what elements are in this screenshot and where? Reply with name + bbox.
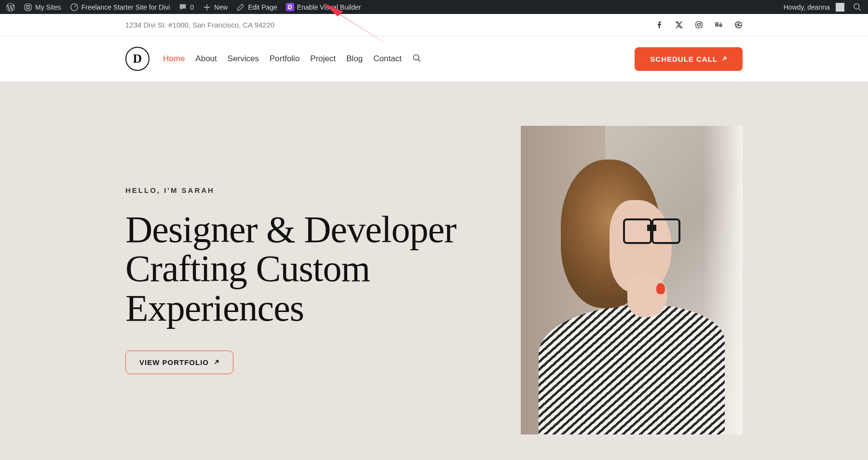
wp-admin-bar: My Sites Freelance Starter Site for Divi…	[0, 0, 868, 14]
hero-section: HELLO, I'M SARAH Designer & Developer Cr…	[0, 81, 868, 460]
main-header: D Home About Services Portfolio Project …	[0, 36, 868, 81]
site-logo[interactable]: D	[125, 47, 149, 71]
hero-heading: Designer & Developer Crafting Custom Exp…	[125, 210, 492, 327]
x-twitter-icon[interactable]	[675, 21, 683, 29]
schedule-call-button[interactable]: SCHEDULE CALL	[635, 47, 743, 71]
comments-link[interactable]: 0	[174, 0, 198, 14]
my-sites-label: My Sites	[35, 3, 61, 11]
enable-visual-builder-link[interactable]: D Enable Visual Builder	[282, 0, 366, 14]
user-greeting[interactable]: Howdy, deanna	[779, 0, 849, 14]
nav-blog[interactable]: Blog	[346, 54, 363, 64]
hero-text: HELLO, I'M SARAH Designer & Developer Cr…	[125, 186, 492, 374]
dribbble-icon[interactable]	[734, 21, 743, 29]
nav-contact[interactable]: Contact	[373, 54, 402, 64]
view-portfolio-label: VIEW PORTFOLIO	[139, 358, 209, 366]
new-content-link[interactable]: New	[198, 0, 232, 14]
arrow-up-right-icon	[214, 359, 219, 365]
divi-icon: D	[286, 3, 294, 11]
view-portfolio-button[interactable]: VIEW PORTFOLIO	[125, 351, 233, 374]
hero-eyebrow: HELLO, I'M SARAH	[125, 186, 492, 194]
social-icons	[655, 21, 743, 29]
arrow-up-right-icon	[721, 56, 727, 62]
new-label: New	[214, 3, 228, 11]
facebook-icon[interactable]	[655, 21, 664, 29]
top-info-bar: 1234 Divi St. #1000, San Francisco, CA 9…	[0, 14, 868, 36]
enable-visual-builder-label: Enable Visual Builder	[297, 3, 361, 11]
nav-search[interactable]	[412, 54, 421, 65]
nav-about[interactable]: About	[195, 54, 217, 64]
nav-project[interactable]: Project	[310, 54, 336, 64]
hero-image	[521, 126, 743, 434]
admin-search[interactable]	[849, 0, 866, 14]
svg-point-8	[413, 54, 419, 60]
comment-count: 0	[190, 3, 194, 11]
address-text: 1234 Divi St. #1000, San Francisco, CA 9…	[125, 21, 274, 29]
comment-icon	[178, 3, 187, 12]
schedule-call-label: SCHEDULE CALL	[650, 55, 718, 63]
plus-icon	[203, 3, 211, 12]
search-icon	[853, 3, 862, 12]
nav-portfolio[interactable]: Portfolio	[270, 54, 299, 64]
wordpress-icon	[6, 3, 15, 12]
dashboard-icon	[70, 3, 79, 12]
nav-home[interactable]: Home	[163, 54, 185, 64]
network-icon	[24, 3, 32, 12]
edit-page-link[interactable]: Edit Page	[232, 0, 282, 14]
edit-page-label: Edit Page	[248, 3, 277, 11]
my-sites-link[interactable]: My Sites	[19, 0, 66, 14]
instagram-icon[interactable]	[695, 21, 703, 29]
svg-point-5	[698, 24, 701, 27]
svg-point-6	[700, 23, 701, 24]
pencil-icon	[236, 3, 245, 12]
wp-logo[interactable]	[2, 0, 19, 14]
nav-services[interactable]: Services	[228, 54, 259, 64]
avatar	[836, 3, 844, 12]
behance-icon[interactable]	[715, 21, 723, 29]
howdy-label: Howdy, deanna	[784, 3, 830, 11]
primary-nav: Home About Services Portfolio Project Bl…	[163, 54, 421, 65]
svg-point-1	[854, 3, 859, 9]
site-name-label: Freelance Starter Site for Divi	[81, 3, 170, 11]
site-name-link[interactable]: Freelance Starter Site for Divi	[66, 0, 175, 14]
